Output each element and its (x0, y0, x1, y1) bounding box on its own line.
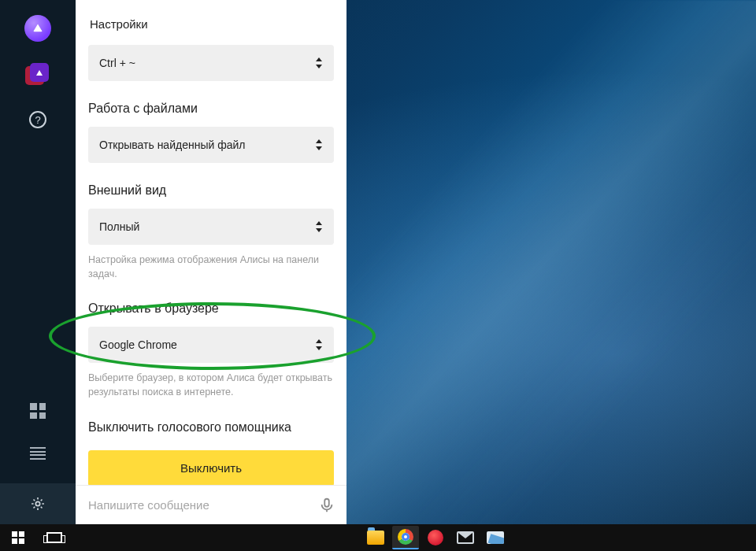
hotkey-select[interactable]: Ctrl + ~ (88, 45, 334, 81)
alisa-cards-icon[interactable] (24, 60, 52, 88)
app-left-rail: ? (0, 0, 76, 524)
message-input[interactable] (88, 498, 318, 512)
files-section-label: Работа с файлами (88, 102, 334, 116)
taskbar-tray (362, 524, 509, 551)
hotkey-value: Ctrl + ~ (99, 57, 135, 69)
svg-rect-1 (324, 498, 329, 506)
taskbar-mail[interactable] (452, 526, 479, 549)
files-action-select[interactable]: Открывать найденный файл (88, 127, 334, 163)
appearance-value: Полный (99, 220, 139, 233)
task-view-icon (46, 532, 62, 543)
appearance-section-label: Внешний вид (88, 183, 334, 198)
updown-icon (315, 139, 323, 150)
alice-icon[interactable] (24, 14, 52, 43)
voice-section-label: Выключить голосового помощника (88, 420, 334, 435)
files-action-value: Открывать найденный файл (99, 139, 245, 151)
taskbar-chrome[interactable] (392, 526, 419, 549)
task-view-button[interactable] (36, 524, 72, 551)
browser-section-label: Открывать в браузере (88, 301, 334, 316)
pictures-icon (487, 531, 504, 544)
browser-value: Google Chrome (99, 338, 177, 351)
updown-icon (315, 221, 323, 232)
disable-voice-button[interactable]: Выключить (88, 450, 334, 486)
taskbar-pictures[interactable] (482, 526, 509, 549)
mail-icon (457, 531, 474, 544)
taskbar-explorer[interactable] (362, 526, 389, 549)
updown-icon (315, 339, 323, 350)
explorer-icon (367, 531, 384, 545)
appearance-select[interactable]: Полный (88, 209, 334, 245)
settings-icon[interactable] (0, 483, 76, 524)
chrome-icon (398, 529, 413, 545)
updown-icon (315, 57, 323, 68)
taskbar-opera[interactable] (422, 526, 449, 549)
start-button[interactable] (0, 524, 36, 551)
svg-point-0 (35, 501, 39, 505)
appearance-hint: Настройка режима отображения Алисы на па… (88, 253, 334, 281)
panel-footer (76, 485, 346, 524)
windows-logo-icon (12, 531, 24, 544)
browser-hint: Выберите браузер, в котором Алиса будет … (88, 371, 334, 399)
list-icon[interactable] (24, 439, 52, 468)
browser-select[interactable]: Google Chrome (88, 327, 334, 363)
panel-title: Настройки (76, 0, 346, 45)
microphone-icon[interactable] (318, 497, 335, 514)
apps-grid-icon[interactable] (24, 397, 52, 425)
help-icon[interactable]: ? (24, 105, 52, 134)
settings-panel: Настройки Ctrl + ~ Работа с файлами Откр… (76, 0, 346, 524)
opera-icon (428, 530, 443, 545)
